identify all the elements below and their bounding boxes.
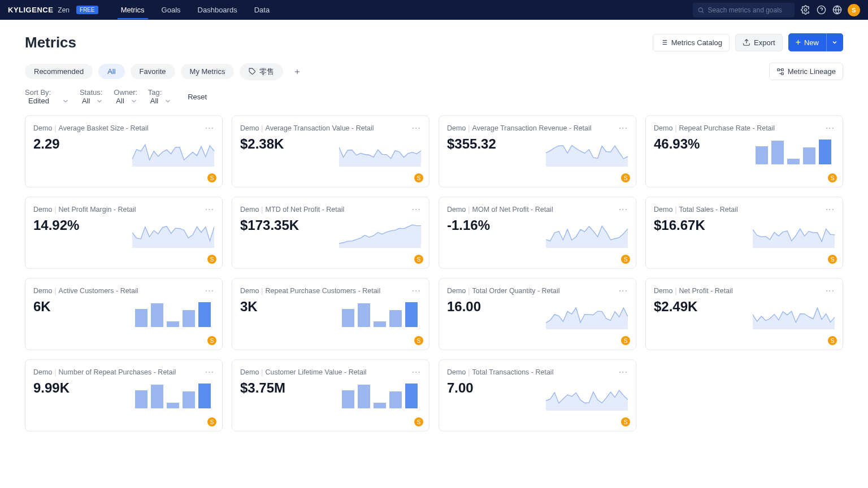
lineage-icon [776, 68, 784, 76]
card-sep: | [468, 124, 470, 132]
card-more-icon[interactable]: ··· [826, 205, 835, 214]
card-name: Average Transaction Value - Retail [266, 124, 374, 132]
card-value: 6K [33, 299, 51, 315]
metric-card[interactable]: Demo | Total Sales - Retail ··· $16.67K … [645, 197, 843, 269]
export-icon [743, 38, 750, 46]
nav-metrics[interactable]: Metrics [121, 1, 145, 19]
svg-rect-21 [771, 141, 784, 164]
tab-all[interactable]: All [98, 64, 124, 79]
card-more-icon[interactable]: ··· [619, 368, 628, 377]
metric-card[interactable]: Demo | Total Order Quantity - Retail ···… [439, 278, 636, 350]
card-name: Active Customers - Retail [59, 287, 138, 295]
card-more-icon[interactable]: ··· [619, 124, 628, 133]
sparkline-chart [546, 217, 628, 248]
card-more-icon[interactable]: ··· [205, 368, 214, 377]
metric-card[interactable]: Demo | Average Basket Size - Retail ··· … [25, 115, 223, 188]
tab-mymetrics[interactable]: My Metrics [181, 64, 235, 79]
tab-retail-label: 零售 [259, 67, 274, 77]
metric-card[interactable]: Demo | MTD of Net Profit - Retail ··· $1… [232, 197, 429, 269]
card-prefix: Demo [447, 206, 466, 213]
metric-card[interactable]: Demo | Number of Repeat Purchases - Reta… [25, 359, 223, 432]
search-icon [697, 6, 704, 14]
metric-card[interactable]: Demo | Average Transaction Revenue - Ret… [439, 115, 636, 188]
card-name: Total Order Quantity - Retail [472, 287, 560, 295]
nav-data[interactable]: Data [254, 1, 270, 19]
search-input[interactable] [708, 6, 790, 14]
metric-card[interactable]: Demo | Average Transaction Value - Retai… [232, 115, 429, 188]
card-more-icon[interactable]: ··· [412, 205, 421, 214]
card-prefix: Demo [654, 287, 672, 295]
tab-recommended[interactable]: Recommended [25, 64, 93, 79]
nav-goals[interactable]: Goals [162, 1, 181, 19]
sparkline-chart [546, 299, 628, 329]
card-owner-badge: S [414, 173, 423, 182]
tag-value: All [150, 97, 158, 105]
tag-select[interactable]: All [150, 97, 172, 105]
sparkbar-chart [132, 299, 214, 329]
card-name: Number of Repeat Purchases - Retail [59, 368, 176, 376]
card-value: $2.38K [240, 136, 284, 152]
metric-card[interactable]: Demo | Active Customers - Retail ··· 6K … [25, 278, 223, 350]
metric-card[interactable]: Demo | Repeat Purchase Rate - Retail ···… [645, 115, 843, 188]
owner-select[interactable]: All [116, 97, 137, 105]
card-sep: | [261, 287, 263, 295]
metric-card[interactable]: Demo | Net Profit - Retail ··· $2.49K S [645, 278, 843, 350]
card-owner-badge: S [621, 336, 630, 345]
card-more-icon[interactable]: ··· [619, 286, 628, 295]
tab-retail[interactable]: 零售 [240, 63, 283, 80]
nav-dashboards[interactable]: Dashboards [198, 1, 237, 19]
status-value: All [82, 97, 90, 105]
metrics-catalog-button[interactable]: Metrics Catalog [653, 34, 730, 51]
metric-card[interactable]: Demo | Total Transactions - Retail ··· 7… [439, 359, 636, 432]
metric-lineage-button[interactable]: Metric Lineage [769, 63, 843, 80]
card-name: Average Transaction Revenue - Retail [472, 124, 592, 132]
add-tab-button[interactable] [289, 63, 306, 80]
new-button[interactable]: + New [788, 33, 826, 51]
status-select[interactable]: All [82, 97, 103, 105]
sparkline-chart [546, 380, 628, 411]
card-more-icon[interactable]: ··· [412, 124, 421, 133]
svg-point-2 [804, 8, 806, 11]
card-sep: | [675, 206, 676, 213]
tab-favorite[interactable]: Favorite [131, 64, 175, 79]
card-more-icon[interactable]: ··· [205, 286, 214, 295]
card-value: $3.75M [240, 380, 285, 396]
card-more-icon[interactable]: ··· [205, 205, 214, 214]
card-name: Average Basket Size - Retail [59, 124, 149, 132]
card-sep: | [675, 124, 676, 132]
svg-point-0 [698, 7, 702, 11]
card-more-icon[interactable]: ··· [412, 286, 421, 295]
card-owner-badge: S [828, 255, 837, 264]
metric-card[interactable]: Demo | Net Profit Margin - Retail ··· 14… [25, 197, 223, 269]
card-value: -1.16% [447, 217, 490, 233]
globe-icon[interactable] [832, 5, 842, 15]
card-more-icon[interactable]: ··· [619, 205, 628, 214]
card-owner-badge: S [207, 417, 216, 426]
card-value: 46.93% [654, 136, 700, 152]
sparkline-chart [753, 217, 835, 248]
card-sep: | [468, 287, 470, 295]
card-value: 14.92% [33, 217, 79, 233]
metric-card[interactable]: Demo | Repeat Purchase Customers - Retai… [232, 278, 429, 350]
metric-card[interactable]: Demo | MOM of Net Profit - Retail ··· -1… [439, 197, 636, 269]
card-more-icon[interactable]: ··· [205, 124, 214, 133]
new-dropdown-toggle[interactable] [826, 33, 843, 51]
sortby-select[interactable]: Edited [28, 97, 70, 105]
card-name: Total Sales - Retail [679, 206, 738, 213]
export-button[interactable]: Export [735, 34, 783, 51]
card-more-icon[interactable]: ··· [412, 368, 421, 377]
avatar[interactable]: S [848, 4, 860, 16]
sparkline-chart [753, 299, 835, 329]
card-more-icon[interactable]: ··· [826, 286, 835, 295]
chevron-down-icon [62, 97, 70, 105]
settings-icon[interactable] [800, 5, 810, 15]
card-more-icon[interactable]: ··· [826, 124, 835, 133]
help-icon[interactable] [816, 5, 826, 15]
sparkline-chart [339, 136, 421, 167]
reset-filters[interactable]: Reset [188, 93, 207, 101]
card-name: MTD of Net Profit - Retail [266, 206, 345, 213]
brand[interactable]: KYLIGENCE Zen FREE [8, 6, 98, 14]
card-name: MOM of Net Profit - Retail [472, 206, 553, 213]
metric-card[interactable]: Demo | Customer Lifetime Value - Retail … [232, 359, 429, 432]
search-box[interactable] [693, 3, 795, 18]
